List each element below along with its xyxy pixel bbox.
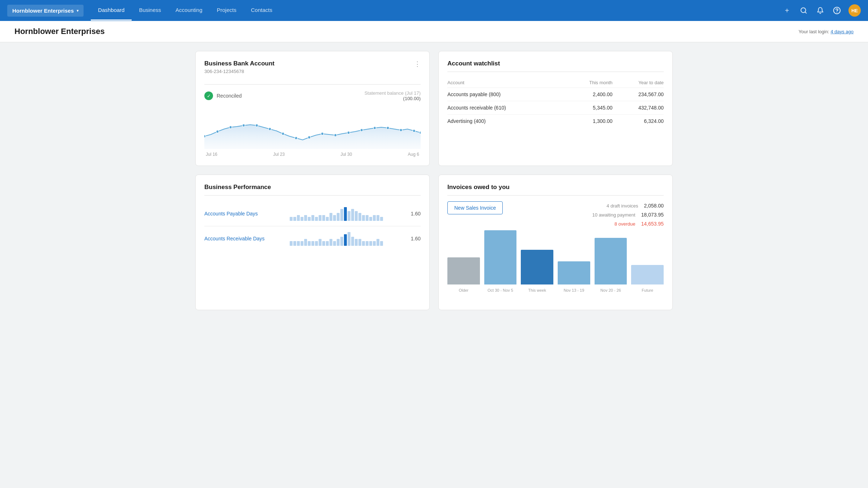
perf-bar [344, 207, 347, 221]
perf-bar [355, 239, 358, 246]
perf-bar [293, 217, 296, 221]
draft-stat-row: 4 draft invoices 2,058.00 [592, 201, 664, 210]
nav-actions: + HE [782, 4, 861, 17]
bar-label: Oct 30 - Nov 5 [488, 288, 513, 292]
perf-bar [362, 215, 365, 221]
awaiting-value: 18,073.95 [641, 210, 664, 219]
perf-bar [358, 239, 361, 246]
perf-bar [376, 215, 379, 221]
nav-business[interactable]: Business [132, 0, 168, 21]
bar-label: Nov 13 - 19 [563, 288, 584, 292]
bank-info: Business Bank Account 306-234-12345678 [204, 60, 275, 80]
watchlist-ytd: 6,324.00 [613, 115, 664, 128]
svg-point-9 [269, 128, 271, 130]
perf-bar [322, 241, 325, 246]
svg-point-10 [282, 132, 284, 135]
perf-bars [290, 206, 400, 221]
user-avatar[interactable]: HE [848, 4, 861, 17]
watchlist-row: Advertising (400) 1,300.00 6,324.00 [447, 115, 664, 128]
svg-point-21 [419, 131, 421, 134]
perf-bar [290, 217, 293, 221]
nav-contacts[interactable]: Contacts [244, 0, 280, 21]
perf-bar [369, 217, 372, 221]
page-header: Hornblower Enterprises Your last login: … [0, 21, 868, 42]
watchlist-row: Accounts receivable (610) 5,345.00 432,7… [447, 101, 664, 115]
awaiting-label: 10 awaiting payment [592, 211, 635, 219]
svg-point-15 [347, 131, 350, 134]
bank-account-card: Business Bank Account 306-234-12345678 ⋮… [195, 51, 430, 166]
perf-bar [293, 241, 296, 246]
watchlist-col-account: Account [447, 78, 566, 88]
bank-header: Business Bank Account 306-234-12345678 ⋮ [204, 60, 421, 80]
perf-bar [319, 239, 322, 246]
performance-row: Accounts Payable Days 1.60 [204, 201, 421, 226]
perf-bar [322, 215, 325, 221]
bar-rect [595, 238, 627, 284]
bar-rect [447, 257, 480, 284]
watchlist-card: Account watchlist Account This month Yea… [438, 51, 673, 166]
perf-bar [319, 215, 322, 221]
perf-bar [311, 241, 314, 246]
perf-bar [297, 241, 300, 246]
bar-group: This week [521, 250, 553, 292]
bar-label: Future [642, 288, 653, 292]
reconciled-left: ✓ Reconciled [204, 91, 242, 100]
perf-bar [290, 241, 293, 246]
last-login: Your last login: 4 days ago [799, 29, 854, 34]
bar-group: Older [447, 257, 480, 292]
perf-bar [308, 241, 311, 246]
new-sales-invoice-button[interactable]: New Sales Invoice [447, 201, 503, 214]
bank-menu-icon[interactable]: ⋮ [414, 60, 421, 68]
nav-projects[interactable]: Projects [210, 0, 244, 21]
svg-point-20 [413, 129, 415, 132]
statement-info: Statement balance (Jul 17) (100.00) [365, 90, 421, 101]
watchlist-col-ytd: Year to date [613, 78, 664, 88]
svg-point-17 [374, 127, 376, 129]
draft-label: 4 draft invoices [607, 202, 638, 210]
perf-label[interactable]: Accounts Receivable Days [204, 236, 284, 241]
watchlist-this-month: 2,400.00 [566, 88, 613, 101]
svg-point-19 [400, 129, 402, 132]
perf-bar [362, 241, 365, 246]
invoices-title: Invoices owed to you [447, 184, 664, 191]
nav-accounting[interactable]: Accounting [168, 0, 209, 21]
search-icon[interactable] [799, 5, 809, 16]
perf-bar [301, 241, 303, 246]
bar-rect [558, 261, 590, 284]
perf-bar [311, 215, 314, 221]
bar-group: Nov 20 - 26 [595, 238, 627, 292]
invoice-bar-chart: Older Oct 30 - Nov 5 This week Nov 13 - … [447, 236, 664, 301]
watchlist-account: Advertising (400) [447, 115, 566, 128]
overdue-stat-row: 8 overdue 14,653.95 [592, 219, 664, 228]
watchlist-row: Accounts payable (800) 2,400.00 234,567.… [447, 88, 664, 101]
svg-point-13 [321, 132, 324, 135]
nav-dashboard[interactable]: Dashboard [91, 0, 132, 21]
bar-group: Oct 30 - Nov 5 [484, 230, 517, 292]
perf-label[interactable]: Accounts Payable Days [204, 211, 284, 217]
help-icon[interactable] [832, 5, 842, 16]
bell-icon[interactable] [815, 5, 825, 16]
nav-brand[interactable]: Hornblower Enterprises ▾ [7, 5, 84, 17]
reconciled-check-icon: ✓ [204, 91, 213, 100]
watchlist-account: Accounts payable (800) [447, 88, 566, 101]
watchlist-this-month: 1,300.00 [566, 115, 613, 128]
reconciled-row: ✓ Reconciled Statement balance (Jul 17) … [204, 90, 421, 101]
last-login-link[interactable]: 4 days ago [830, 29, 854, 34]
bar-rect [521, 250, 553, 284]
invoices-card: Invoices owed to you New Sales Invoice 4… [438, 175, 673, 310]
svg-point-11 [295, 137, 297, 140]
svg-point-16 [360, 129, 363, 132]
draft-value: 2,058.00 [644, 201, 664, 210]
perf-bar [355, 211, 358, 221]
perf-bar [380, 241, 383, 246]
perf-bar [329, 213, 332, 221]
watchlist-ytd: 432,748.00 [613, 101, 664, 115]
perf-bar [326, 217, 329, 221]
perf-bar [333, 241, 336, 246]
perf-bar [337, 239, 340, 246]
add-icon[interactable]: + [782, 5, 792, 16]
bar-label: Older [459, 288, 468, 292]
svg-point-14 [334, 134, 337, 137]
page-title: Hornblower Enterprises [14, 27, 105, 36]
svg-point-4 [204, 135, 206, 138]
